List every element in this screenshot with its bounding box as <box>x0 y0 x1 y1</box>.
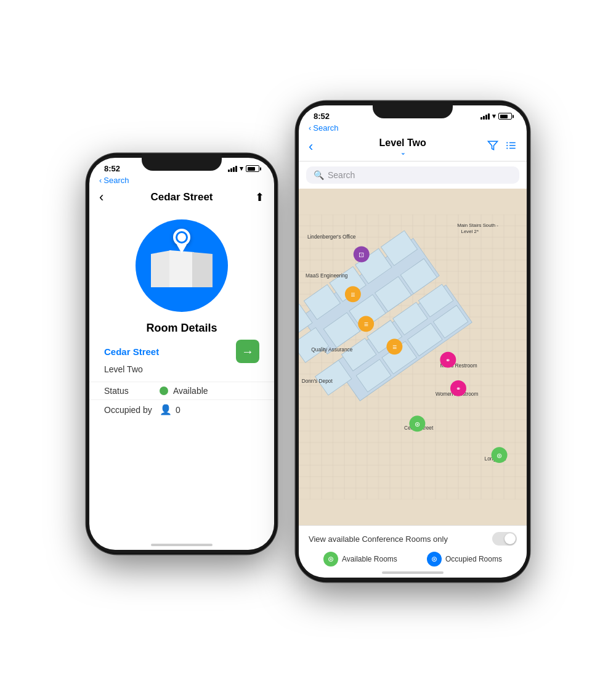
pin-icon <box>173 229 190 253</box>
map-circle <box>136 219 228 312</box>
battery-icon <box>246 165 259 172</box>
svg-point-6 <box>506 147 508 149</box>
svg-text:⊡: ⊡ <box>359 251 364 258</box>
map-area[interactable]: Lindenberger's Office MaaS Engineering Q… <box>299 189 527 525</box>
signal-icon-right <box>480 113 490 120</box>
navigate-button[interactable]: → <box>236 340 259 363</box>
toggle-switch[interactable] <box>492 532 517 546</box>
left-screen: 8:52 ▾ ‹ Search ‹ Cedar St <box>89 158 274 550</box>
legend-row: ⊛ Available Rooms ⊛ Occupied Rooms <box>309 552 517 566</box>
chevron-down-icon[interactable]: ⌄ <box>400 149 405 156</box>
occupied-icon: ⊛ <box>427 552 442 566</box>
status-bar-left: 8:52 ▾ <box>89 158 274 176</box>
occupied-row: Occupied by 👤 0 <box>89 399 274 419</box>
time-right: 8:52 <box>314 112 330 121</box>
back-search-label-left: Search <box>103 176 129 185</box>
svg-text:≡: ≡ <box>392 343 397 351</box>
time-left: 8:52 <box>104 164 120 173</box>
svg-point-4 <box>506 142 508 143</box>
signal-icon <box>228 166 237 172</box>
person-icon: 👤 <box>160 404 172 415</box>
status-value: Available <box>173 386 208 396</box>
wifi-icon: ▾ <box>240 165 243 173</box>
occupied-value: 0 <box>176 405 180 415</box>
list-icon[interactable] <box>506 140 517 153</box>
toggle-label: View available Conference Rooms only <box>309 534 448 544</box>
svg-text:MaaS Engineering: MaaS Engineering <box>306 272 348 279</box>
map-title-area: Level Two ⌄ <box>318 137 487 156</box>
room-details-header: Room Details <box>146 322 217 335</box>
toggle-row: View available Conference Rooms only <box>309 532 517 546</box>
status-icons-right: ▾ <box>480 112 512 120</box>
room-name-row: Cedar Street → <box>89 340 274 363</box>
svg-text:Donn's Depot: Donn's Depot <box>302 378 333 384</box>
back-arrow-small-left: ‹ <box>99 176 102 185</box>
back-search-left[interactable]: ‹ Search <box>89 176 274 187</box>
status-dot <box>160 386 168 395</box>
search-placeholder: Search <box>328 170 355 180</box>
filter-icon[interactable] <box>487 140 498 154</box>
home-indicator-left <box>89 545 274 550</box>
svg-text:≡: ≡ <box>351 290 355 299</box>
floor-plan-svg: Lindenberger's Office MaaS Engineering Q… <box>299 189 527 525</box>
svg-point-5 <box>506 145 508 146</box>
back-search-right[interactable]: ‹ Search <box>299 123 527 135</box>
legend-occupied: ⊛ Occupied Rooms <box>427 552 502 566</box>
room-level: Level Two <box>89 363 274 382</box>
svg-text:Lindenberger's Office: Lindenberger's Office <box>307 234 356 240</box>
battery-icon-right <box>498 113 512 120</box>
svg-marker-0 <box>488 141 498 150</box>
available-icon: ⊛ <box>323 552 338 566</box>
occupied-label: Occupied by <box>104 405 160 415</box>
room-name-link[interactable]: Cedar Street <box>104 346 159 357</box>
nav-icons-right <box>487 140 517 154</box>
back-button-right[interactable]: ‹ <box>309 139 313 155</box>
left-phone: 8:52 ▾ ‹ Search ‹ Cedar St <box>86 153 277 554</box>
back-search-label-right: Search <box>313 123 338 133</box>
available-label: Available Rooms <box>342 555 397 563</box>
status-row: Status Available <box>89 382 274 399</box>
status-icons-left: ▾ <box>228 165 259 173</box>
wifi-icon-right: ▾ <box>492 112 496 120</box>
svg-text:Quality Assurance: Quality Assurance <box>311 346 352 353</box>
navigate-icon: → <box>241 345 254 359</box>
search-bar[interactable]: 🔍 Search <box>306 166 519 184</box>
scene: 8:52 ▾ ‹ Search ‹ Cedar St <box>0 0 616 683</box>
legend-available: ⊛ Available Rooms <box>323 552 397 566</box>
svg-text:⚭: ⚭ <box>456 386 461 393</box>
map-level-title: Level Two <box>379 137 426 149</box>
svg-text:⊛: ⊛ <box>496 452 502 459</box>
status-bar-right: 8:52 ▾ <box>299 105 527 123</box>
svg-text:≡: ≡ <box>364 320 368 329</box>
svg-text:⊛: ⊛ <box>415 420 420 428</box>
search-glass-icon: 🔍 <box>314 170 324 180</box>
back-arrow-small-right: ‹ <box>309 123 311 133</box>
room-icon-area: Room Details Cedar Street → Level Two St… <box>89 207 274 545</box>
back-button-left[interactable]: ‹ <box>99 189 103 205</box>
home-indicator-right <box>299 573 527 578</box>
page-title-left: Cedar Street <box>150 191 213 203</box>
right-phone: 8:52 ▾ ‹ Search ‹ <box>296 101 530 582</box>
share-button[interactable]: ⬆ <box>255 190 264 204</box>
svg-text:Main Stairs South -: Main Stairs South - <box>457 223 498 228</box>
status-label: Status <box>104 386 160 396</box>
nav-bar-right: ‹ Level Two ⌄ <box>299 135 527 162</box>
svg-text:Level 2*: Level 2* <box>461 229 479 234</box>
bottom-controls: View available Conference Rooms only ⊛ A… <box>299 525 527 573</box>
svg-text:⚭: ⚭ <box>445 357 450 364</box>
nav-bar-left: ‹ Cedar Street ⬆ <box>89 187 274 207</box>
right-screen: 8:52 ▾ ‹ Search ‹ <box>299 105 527 578</box>
occupied-label: Occupied Rooms <box>445 555 502 563</box>
